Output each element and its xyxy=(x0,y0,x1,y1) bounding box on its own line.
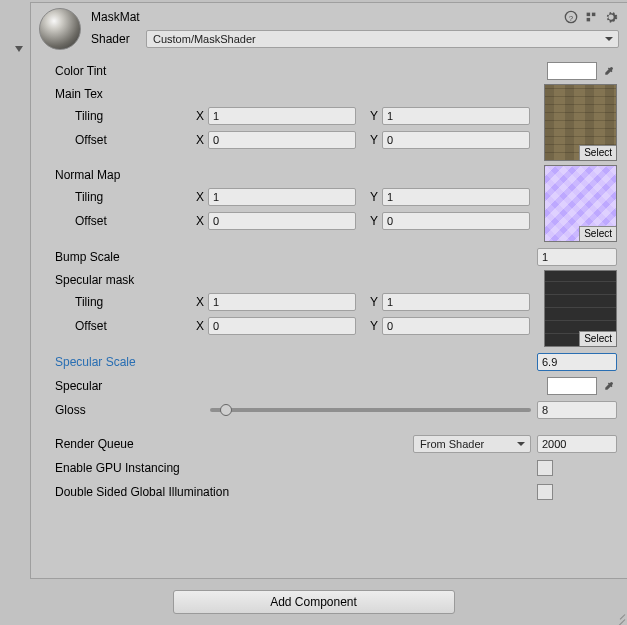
svg-rect-4 xyxy=(587,18,591,22)
double-sided-gi-checkbox[interactable] xyxy=(537,484,553,500)
normal-map-offset-x[interactable] xyxy=(208,212,356,230)
preset-icon[interactable] xyxy=(583,9,599,25)
material-name: MaskMat xyxy=(91,10,559,24)
material-foldout-icon[interactable] xyxy=(15,46,23,52)
bump-scale-field[interactable] xyxy=(537,248,617,266)
material-preview-sphere xyxy=(39,8,81,50)
main-tex-offset-label: Offset xyxy=(75,133,190,147)
normal-map-tiling-y[interactable] xyxy=(382,188,530,206)
help-icon[interactable]: ? xyxy=(563,9,579,25)
color-tint-swatch[interactable] xyxy=(547,62,597,80)
main-tex-slot[interactable]: Select xyxy=(544,84,617,161)
specular-mask-select-button[interactable]: Select xyxy=(579,331,616,346)
spec-mask-offset-y[interactable] xyxy=(382,317,530,335)
shader-dropdown-value: Custom/MaskShader xyxy=(153,33,256,45)
main-tex-tiling-x[interactable] xyxy=(208,107,356,125)
normal-map-tiling-x[interactable] xyxy=(208,188,356,206)
normal-map-label: Normal Map xyxy=(55,168,120,182)
gpu-instancing-label: Enable GPU Instancing xyxy=(55,461,537,475)
specular-mask-label: Specular mask xyxy=(55,273,134,287)
specular-scale-field[interactable] xyxy=(537,353,617,371)
specular-swatch[interactable] xyxy=(547,377,597,395)
svg-text:?: ? xyxy=(569,14,574,23)
eyedropper-icon[interactable] xyxy=(601,63,617,79)
gloss-field[interactable] xyxy=(537,401,617,419)
main-tex-offset-y[interactable] xyxy=(382,131,530,149)
main-tex-tiling-label: Tiling xyxy=(75,109,190,123)
spec-mask-offset-x[interactable] xyxy=(208,317,356,335)
main-tex-tiling-y[interactable] xyxy=(382,107,530,125)
add-component-button[interactable]: Add Component xyxy=(173,590,455,614)
color-tint-label: Color Tint xyxy=(55,64,210,78)
gpu-instancing-checkbox[interactable] xyxy=(537,460,553,476)
eyedropper-icon[interactable] xyxy=(601,378,617,394)
normal-map-slot[interactable]: Select xyxy=(544,165,617,242)
gloss-slider[interactable] xyxy=(210,408,531,412)
chevron-down-icon xyxy=(517,442,525,446)
main-tex-select-button[interactable]: Select xyxy=(579,145,616,160)
specular-mask-slot[interactable]: Select xyxy=(544,270,617,347)
svg-rect-2 xyxy=(587,13,591,17)
spec-mask-tiling-x[interactable] xyxy=(208,293,356,311)
double-sided-gi-label: Double Sided Global Illumination xyxy=(55,485,537,499)
svg-rect-3 xyxy=(592,13,596,17)
render-queue-dropdown[interactable]: From Shader xyxy=(413,435,531,453)
bump-scale-label: Bump Scale xyxy=(55,250,210,264)
spec-mask-tiling-y[interactable] xyxy=(382,293,530,311)
render-queue-label: Render Queue xyxy=(55,437,210,451)
resize-handle-icon[interactable] xyxy=(611,609,625,623)
main-tex-offset-x[interactable] xyxy=(208,131,356,149)
chevron-down-icon xyxy=(605,37,613,41)
specular-label: Specular xyxy=(55,379,210,393)
main-tex-label: Main Tex xyxy=(55,87,103,101)
gloss-label: Gloss xyxy=(55,403,210,417)
specular-scale-label: Specular Scale xyxy=(55,355,210,369)
gear-icon[interactable] xyxy=(603,9,619,25)
normal-map-offset-y[interactable] xyxy=(382,212,530,230)
shader-dropdown[interactable]: Custom/MaskShader xyxy=(146,30,619,48)
render-queue-field[interactable] xyxy=(537,435,617,453)
shader-label: Shader xyxy=(91,32,146,46)
normal-map-select-button[interactable]: Select xyxy=(579,226,616,241)
